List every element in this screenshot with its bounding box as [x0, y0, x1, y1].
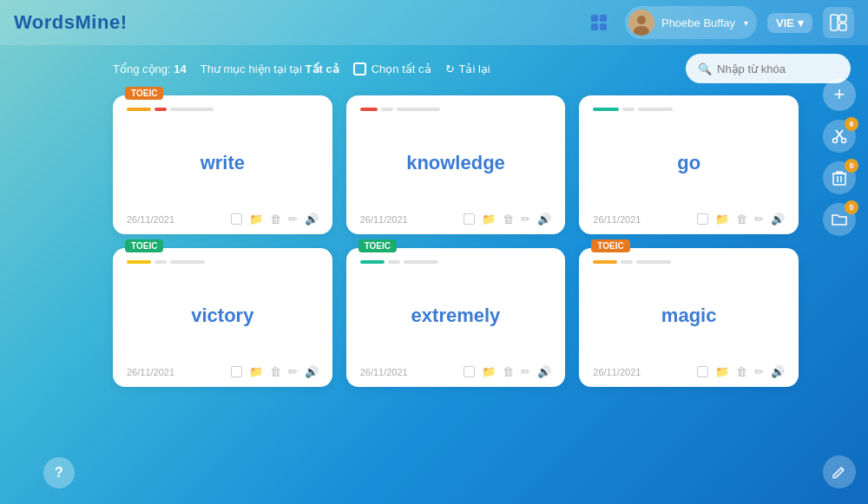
- card-checkbox[interactable]: [464, 213, 475, 225]
- card-checkbox[interactable]: [464, 366, 475, 377]
- bar-segment: [388, 260, 400, 264]
- card-top-bar: [127, 260, 319, 264]
- card-actions: 📁 🗑 ✏ 🔊: [464, 365, 551, 378]
- bar-segment: [638, 108, 673, 111]
- word-card: go 26/11/2021 📁 🗑 ✏ 🔊: [579, 95, 799, 234]
- word-card: TOEIC write 26/11/2021 📁 🗑 ✏ 🔊: [113, 95, 332, 234]
- toeic-badge: TOEIC: [125, 239, 163, 252]
- card-folder-icon[interactable]: 📁: [482, 365, 496, 378]
- card-edit-icon[interactable]: ✏: [754, 365, 764, 378]
- card-edit-icon[interactable]: ✏: [521, 213, 530, 226]
- card-sound-icon[interactable]: 🔊: [305, 213, 319, 226]
- bottom-write: [823, 455, 856, 488]
- card-edit-icon[interactable]: ✏: [521, 365, 530, 378]
- card-folder-icon[interactable]: 📁: [249, 213, 263, 226]
- card-checkbox[interactable]: [697, 366, 708, 377]
- card-folder-icon[interactable]: 📁: [249, 365, 263, 378]
- card-footer: 26/11/2021 📁 🗑 ✏ 🔊: [360, 213, 552, 226]
- word-card: TOEIC magic 26/11/2021 📁 🗑 ✏ 🔊: [579, 248, 799, 387]
- folder-badge: 0: [845, 200, 858, 214]
- cut-badge: 6: [845, 117, 858, 131]
- bar-segment: [170, 260, 205, 264]
- card-edit-icon[interactable]: ✏: [754, 213, 764, 226]
- card-top-bar: [360, 260, 552, 264]
- card-word: write: [127, 118, 319, 207]
- card-actions: 📁 🗑 ✏ 🔊: [231, 365, 319, 378]
- card-folder-icon[interactable]: 📁: [715, 213, 729, 226]
- reload-icon: ↻: [445, 62, 455, 75]
- bar-segment: [155, 260, 167, 264]
- card-sound-icon[interactable]: 🔊: [771, 213, 785, 226]
- bar-segment: [621, 260, 633, 264]
- card-sound-icon[interactable]: 🔊: [305, 365, 319, 378]
- help-button[interactable]: ?: [43, 457, 75, 488]
- delete-badge: 0: [845, 159, 858, 173]
- cards-grid: TOEIC write 26/11/2021 📁 🗑 ✏ 🔊 knowl: [0, 95, 868, 387]
- search-input[interactable]: [717, 62, 863, 75]
- card-footer: 26/11/2021 📁 🗑 ✏ 🔊: [593, 213, 785, 226]
- svg-rect-1: [600, 15, 607, 22]
- word-card: TOEIC victory 26/11/2021 📁 🗑 ✏ 🔊: [113, 248, 332, 387]
- card-edit-icon[interactable]: ✏: [288, 213, 298, 226]
- card-folder-icon[interactable]: 📁: [715, 365, 729, 378]
- select-all-checkbox[interactable]: [353, 62, 366, 75]
- card-folder-icon[interactable]: 📁: [482, 213, 496, 226]
- card-delete-icon[interactable]: 🗑: [270, 365, 281, 378]
- card-word: magic: [593, 271, 785, 360]
- bottom-help: ?: [43, 457, 75, 488]
- svg-rect-7: [831, 15, 838, 30]
- card-date: 26/11/2021: [593, 367, 641, 377]
- toeic-badge: TOEIC: [591, 239, 629, 252]
- card-sound-icon[interactable]: 🔊: [537, 365, 551, 378]
- card-checkbox[interactable]: [231, 213, 242, 225]
- card-footer: 26/11/2021 📁 🗑 ✏ 🔊: [127, 365, 319, 378]
- svg-rect-9: [839, 23, 846, 30]
- svg-rect-8: [839, 15, 846, 22]
- reload-button[interactable]: ↻ Tải lại: [445, 62, 490, 75]
- bar-segment: [360, 108, 378, 111]
- card-top-bar: [360, 108, 552, 111]
- layout-button[interactable]: [823, 7, 854, 38]
- toeic-badge: TOEIC: [358, 239, 397, 252]
- card-sound-icon[interactable]: 🔊: [537, 213, 551, 226]
- card-sound-icon[interactable]: 🔊: [771, 365, 785, 378]
- svg-rect-0: [591, 15, 598, 22]
- add-button[interactable]: +: [823, 78, 856, 111]
- grid-icon-btn[interactable]: [583, 7, 615, 38]
- card-delete-icon[interactable]: 🗑: [736, 213, 747, 226]
- card-top-bar: [593, 108, 785, 111]
- write-button[interactable]: [823, 455, 856, 488]
- card-word: extremely: [360, 271, 552, 360]
- svg-rect-3: [600, 23, 607, 30]
- language-button[interactable]: VIE ▾: [767, 13, 812, 33]
- svg-point-10: [833, 139, 838, 143]
- select-all-label[interactable]: Chọn tất cả: [353, 62, 431, 75]
- card-delete-icon[interactable]: 🗑: [503, 213, 514, 226]
- card-footer: 26/11/2021 📁 🗑 ✏ 🔊: [127, 213, 319, 226]
- card-word: go: [593, 118, 785, 207]
- card-word: victory: [127, 271, 319, 360]
- bar-segment: [636, 260, 671, 264]
- header: WordsMine! Phoebe Buffay ▾ VIE ▾: [0, 0, 868, 45]
- card-checkbox[interactable]: [697, 213, 708, 225]
- word-card: TOEIC extremely 26/11/2021 📁 🗑 ✏ 🔊: [346, 248, 566, 387]
- cut-button[interactable]: 6: [823, 120, 856, 153]
- card-actions: 📁 🗑 ✏ 🔊: [464, 213, 551, 226]
- card-delete-icon[interactable]: 🗑: [270, 213, 281, 226]
- bar-segment: [593, 108, 619, 111]
- card-delete-icon[interactable]: 🗑: [503, 365, 514, 378]
- card-edit-icon[interactable]: ✏: [288, 365, 298, 378]
- user-area[interactable]: Phoebe Buffay ▾: [625, 6, 757, 39]
- card-actions: 📁 🗑 ✏ 🔊: [231, 213, 319, 226]
- card-checkbox[interactable]: [231, 366, 242, 377]
- card-delete-icon[interactable]: 🗑: [736, 365, 747, 378]
- card-footer: 26/11/2021 📁 🗑 ✏ 🔊: [360, 365, 552, 378]
- card-actions: 📁 🗑 ✏ 🔊: [697, 365, 785, 378]
- bar-segment: [404, 260, 438, 264]
- logo: WordsMine!: [14, 11, 127, 34]
- toolbar: Tổng cộng: 14 Thư mục hiện tại tại Tất c…: [0, 45, 868, 92]
- delete-button[interactable]: 0: [823, 161, 856, 194]
- card-date: 26/11/2021: [360, 214, 408, 225]
- svg-point-5: [637, 16, 646, 24]
- folder-button[interactable]: 0: [823, 203, 856, 236]
